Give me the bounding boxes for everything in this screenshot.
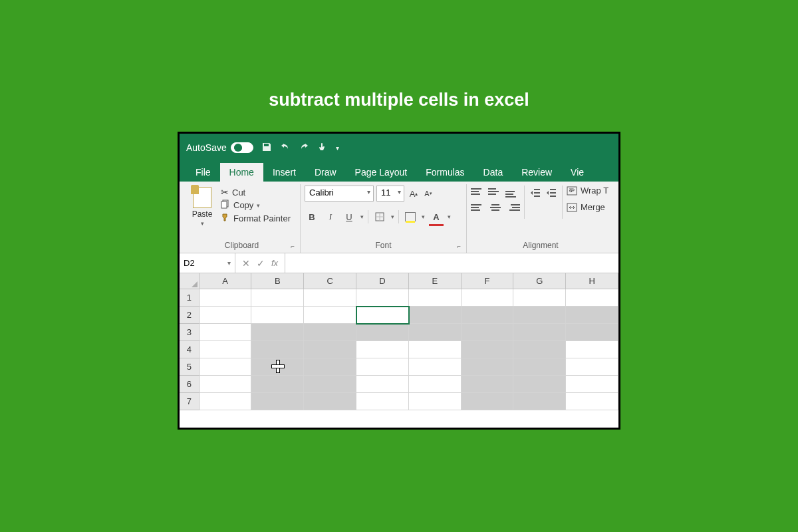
- borders-dropdown-icon[interactable]: ▾: [391, 213, 394, 220]
- cell-c5[interactable]: [304, 358, 356, 376]
- cell-g1[interactable]: [513, 289, 566, 307]
- row-header-4[interactable]: 4: [180, 341, 200, 358]
- align-bottom-button[interactable]: [505, 186, 520, 198]
- copy-dropdown-icon[interactable]: ▾: [257, 202, 260, 209]
- autosave-toggle[interactable]: AutoSave On: [186, 142, 253, 153]
- font-color-button[interactable]: A: [429, 209, 444, 224]
- cell-d5[interactable]: [356, 358, 409, 376]
- tab-view[interactable]: Vie: [561, 163, 593, 182]
- format-painter-button[interactable]: Format Painter: [221, 213, 291, 224]
- cell-f4[interactable]: [462, 341, 514, 358]
- row-header-6[interactable]: 6: [180, 376, 200, 393]
- cell-d6[interactable]: [356, 376, 409, 393]
- decrease-font-icon[interactable]: A▾: [422, 186, 435, 201]
- cell-d2[interactable]: [356, 307, 409, 324]
- touch-mode-icon[interactable]: [317, 142, 328, 154]
- cell-e6[interactable]: [409, 376, 462, 393]
- cell-f5[interactable]: [462, 358, 514, 376]
- cell-d7[interactable]: [356, 393, 409, 410]
- col-header-e[interactable]: E: [409, 273, 462, 289]
- cell-g6[interactable]: [513, 376, 566, 393]
- merge-center-button[interactable]: Merge: [567, 202, 608, 212]
- tab-review[interactable]: Review: [512, 163, 561, 182]
- undo-icon[interactable]: [280, 142, 291, 154]
- cell-c4[interactable]: [304, 341, 356, 358]
- font-size-select[interactable]: 11: [376, 186, 404, 201]
- cell-b4[interactable]: [251, 341, 304, 358]
- decrease-indent-button[interactable]: [529, 186, 542, 200]
- name-box[interactable]: D2: [180, 253, 235, 273]
- tab-file[interactable]: File: [186, 163, 220, 182]
- insert-function-icon[interactable]: fx: [271, 258, 278, 268]
- cell-b3[interactable]: [251, 324, 304, 341]
- cell-e4[interactable]: [409, 341, 462, 358]
- tab-insert[interactable]: Insert: [263, 163, 305, 182]
- fill-dropdown-icon[interactable]: ▾: [422, 213, 425, 220]
- col-header-a[interactable]: A: [200, 273, 252, 289]
- wrap-text-button[interactable]: Wrap T: [567, 186, 608, 196]
- cell-f6[interactable]: [462, 376, 514, 393]
- worksheet[interactable]: A B C D E F G H 1234567: [180, 273, 618, 428]
- cell-g7[interactable]: [513, 393, 566, 410]
- cell-c7[interactable]: [304, 393, 356, 410]
- cell-e7[interactable]: [409, 393, 462, 410]
- cell-f3[interactable]: [462, 324, 514, 341]
- cell-c6[interactable]: [304, 376, 356, 393]
- align-top-button[interactable]: [471, 186, 485, 198]
- font-color-dropdown-icon[interactable]: ▾: [448, 213, 451, 220]
- cell-b6[interactable]: [251, 376, 304, 393]
- cell-c1[interactable]: [304, 289, 356, 307]
- dialog-launcher-icon[interactable]: ⌐: [291, 243, 295, 250]
- cell-g2[interactable]: [513, 307, 566, 324]
- underline-dropdown-icon[interactable]: ▾: [360, 213, 364, 220]
- align-center-button[interactable]: [488, 201, 503, 213]
- redo-icon[interactable]: [299, 142, 309, 154]
- cell-a6[interactable]: [200, 376, 252, 393]
- cell-b2[interactable]: [251, 307, 304, 324]
- cell-e3[interactable]: [409, 324, 462, 341]
- cell-c3[interactable]: [304, 324, 356, 341]
- col-header-b[interactable]: B: [251, 273, 304, 289]
- row-header-1[interactable]: 1: [180, 289, 200, 307]
- cell-e5[interactable]: [409, 358, 462, 376]
- cell-a4[interactable]: [200, 341, 252, 358]
- cell-e2[interactable]: [409, 307, 462, 324]
- fill-color-button[interactable]: [403, 209, 418, 224]
- col-header-g[interactable]: G: [513, 273, 566, 289]
- align-right-button[interactable]: [505, 201, 520, 213]
- cell-h4[interactable]: [566, 341, 618, 358]
- cell-g5[interactable]: [513, 358, 566, 376]
- align-middle-button[interactable]: [488, 186, 503, 198]
- copy-button[interactable]: Copy ▾: [221, 200, 291, 211]
- cell-a5[interactable]: [200, 358, 252, 376]
- borders-button[interactable]: [372, 209, 387, 224]
- cell-g4[interactable]: [513, 341, 566, 358]
- cell-d1[interactable]: [356, 289, 409, 307]
- align-left-button[interactable]: [471, 201, 485, 213]
- tab-formulas[interactable]: Formulas: [416, 163, 473, 182]
- cell-f7[interactable]: [462, 393, 514, 410]
- cell-a2[interactable]: [200, 307, 252, 324]
- toggle-switch[interactable]: On: [231, 142, 253, 153]
- paste-dropdown-icon[interactable]: ▾: [201, 220, 204, 227]
- font-name-select[interactable]: Calibri: [305, 186, 374, 201]
- formula-input[interactable]: [285, 253, 618, 273]
- cell-h2[interactable]: [566, 307, 618, 324]
- tab-data[interactable]: Data: [474, 163, 513, 182]
- qat-dropdown-icon[interactable]: ▾: [336, 144, 339, 152]
- col-header-h[interactable]: H: [566, 273, 618, 289]
- cell-h1[interactable]: [566, 289, 618, 307]
- cell-f2[interactable]: [462, 307, 514, 324]
- row-header-5[interactable]: 5: [180, 358, 200, 376]
- cell-d4[interactable]: [356, 341, 409, 358]
- enter-formula-icon[interactable]: ✓: [257, 258, 265, 269]
- cell-e1[interactable]: [409, 289, 462, 307]
- cell-d3[interactable]: [356, 324, 409, 341]
- cell-h6[interactable]: [566, 376, 618, 393]
- cell-h5[interactable]: [566, 358, 618, 376]
- dialog-launcher-icon[interactable]: ⌐: [457, 243, 461, 250]
- cell-b7[interactable]: [251, 393, 304, 410]
- tab-draw[interactable]: Draw: [305, 163, 346, 182]
- cell-b5[interactable]: [251, 358, 304, 376]
- cell-a7[interactable]: [200, 393, 252, 410]
